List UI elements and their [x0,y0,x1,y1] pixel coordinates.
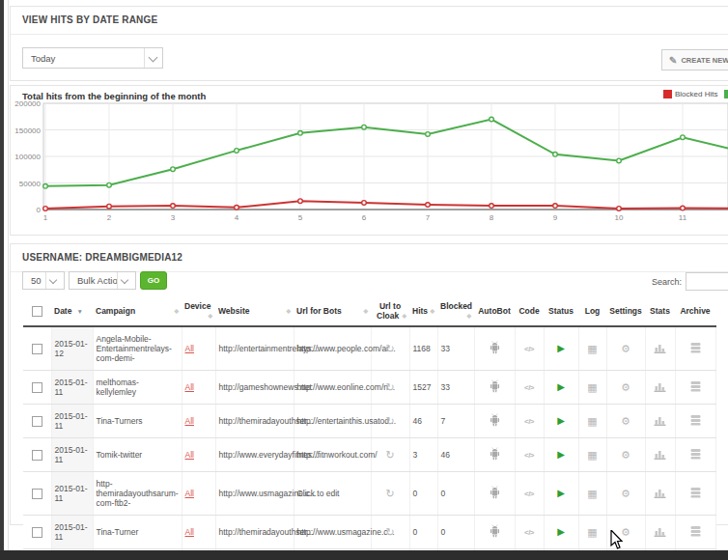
row-checkbox[interactable] [32,489,42,499]
cloak-icon[interactable]: ↻ [385,381,394,393]
archive-stack-icon[interactable] [689,342,702,353]
device-link[interactable]: All [185,416,194,426]
log-icon[interactable]: ▦ [587,415,597,427]
code-icon[interactable]: </> [524,345,534,353]
device-link[interactable]: All [185,450,194,460]
status-play-icon[interactable]: ▶ [557,343,565,353]
svg-text:10: 10 [615,213,624,222]
log-icon[interactable]: ▦ [587,381,597,393]
stats-bars-icon[interactable] [654,487,666,498]
table-row: 2015-01-11Tina-TurnersAllhttp://themirad… [23,405,715,438]
code-icon[interactable]: </> [524,417,534,426]
row-date: 2015-01-11 [55,445,88,464]
device-link[interactable]: All [185,344,194,353]
column-header-date[interactable]: Date▼ [51,296,93,326]
archive-stack-icon[interactable] [689,380,702,392]
row-checkbox[interactable] [32,450,42,461]
log-icon[interactable]: ▦ [587,343,597,354]
autobot-android-icon[interactable] [489,379,501,393]
stats-bars-icon[interactable] [654,342,666,353]
row-date: 2015-01-11 [55,411,88,431]
chevron-down-icon [144,48,162,68]
row-date: 2015-01-12 [55,339,88,358]
sort-icon: ◆ [363,306,368,316]
row-url-for-bots[interactable]: Click to edit [297,489,340,498]
device-link[interactable]: All [185,527,194,537]
log-icon[interactable]: ▦ [587,526,597,538]
date-range-panel-title: VIEW HITS BY DATE RANGE [11,7,728,35]
code-icon[interactable]: </> [524,528,534,537]
stats-bars-icon[interactable] [654,525,666,537]
autobot-android-icon[interactable] [489,486,501,499]
page-size-value: 50 [23,275,45,286]
archive-stack-icon[interactable] [689,487,702,498]
row-date: 2015-01-11 [55,378,88,397]
archive-stack-icon[interactable] [689,525,702,537]
column-header-cloak[interactable]: Url to Cloak◆ [371,296,409,326]
row-checkbox[interactable] [32,527,42,538]
window-left-edge [0,0,4,560]
cloak-icon[interactable]: ↻ [385,449,394,461]
column-header-stats: Stats [645,296,675,326]
settings-gear-icon[interactable]: ⚙ [621,415,630,427]
settings-gear-icon[interactable]: ⚙ [621,343,630,354]
settings-gear-icon[interactable]: ⚙ [621,488,630,499]
column-label-log: Log [585,306,601,316]
autobot-android-icon[interactable] [489,524,501,538]
column-header-url_for_bots[interactable]: Url for Bots◆ [294,296,371,326]
cloak-icon[interactable]: ↻ [385,415,394,427]
column-label-autobot: AutoBot [478,306,511,316]
column-header-blocked[interactable]: Blocked◆ [437,296,474,326]
device-link[interactable]: All [185,489,194,498]
column-header-website[interactable]: Website◆ [215,296,294,326]
stats-bars-icon[interactable] [654,414,666,426]
svg-text:100000: 100000 [14,153,41,161]
cloak-icon[interactable]: ↻ [385,488,394,499]
create-new-campaign-button[interactable]: ✎ CREATE NEW CAMPAIGN [661,49,728,70]
select-all-checkbox[interactable] [32,306,42,317]
sort-icon: ◆ [402,311,406,321]
autobot-android-icon[interactable] [489,447,501,461]
status-play-icon[interactable]: ▶ [557,526,565,537]
autobot-android-icon[interactable] [489,413,501,427]
code-icon[interactable]: </> [524,490,534,498]
stats-bars-icon[interactable] [654,448,666,460]
column-header-campaign[interactable]: Campaign◆ [93,296,182,326]
settings-gear-icon[interactable]: ⚙ [621,381,630,393]
log-icon[interactable]: ▦ [587,449,597,461]
code-icon[interactable]: </> [524,451,534,460]
go-button[interactable]: GO [140,271,167,290]
status-play-icon[interactable]: ▶ [557,449,565,460]
cloak-icon[interactable]: ↻ [385,526,394,538]
row-campaign: melthomas-kellylemley [97,378,139,397]
archive-stack-icon[interactable] [689,414,702,426]
chevron-down-icon [45,272,64,289]
row-checkbox[interactable] [32,344,42,354]
log-icon[interactable]: ▦ [587,488,597,499]
column-header-device[interactable]: Device◆ [182,296,215,326]
page-size-select[interactable]: 50 [22,271,65,290]
row-checkbox[interactable] [32,416,42,427]
column-label-archive: Archive [680,306,710,316]
date-range-select[interactable]: Today [22,47,163,69]
code-icon[interactable]: </> [524,383,534,392]
status-play-icon[interactable]: ▶ [557,415,565,426]
column-header-archive: Archive [675,296,715,326]
legend-item: Blocked Hits [663,90,717,98]
stats-bars-icon[interactable] [654,380,666,392]
legend-item: Valid Hits [724,90,728,98]
archive-stack-icon[interactable] [689,448,702,460]
column-header-hits[interactable]: Hits◆ [409,296,437,326]
status-play-icon[interactable]: ▶ [557,381,565,392]
row-campaign: Tina-Turners [97,416,143,426]
settings-gear-icon[interactable]: ⚙ [621,449,630,461]
bulk-actions-select[interactable]: Bulk Actions [69,271,136,290]
device-link[interactable]: All [185,382,194,392]
column-label-website: Website [218,306,249,316]
cloak-icon[interactable]: ↻ [385,343,394,354]
row-checkbox[interactable] [32,382,42,393]
status-play-icon[interactable]: ▶ [557,488,565,498]
search-input[interactable] [686,272,728,291]
autobot-android-icon[interactable] [489,341,501,354]
sort-desc-icon: ▼ [76,308,82,315]
